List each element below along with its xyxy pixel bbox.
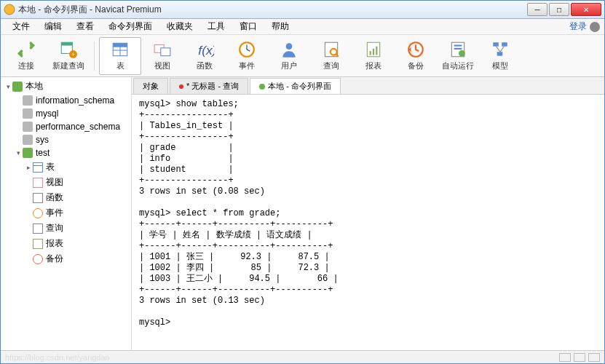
toolbar-report-icon	[364, 40, 383, 59]
toolbar-user-icon	[280, 40, 298, 59]
close-button[interactable]: ✕	[571, 3, 601, 16]
toolbar-event[interactable]: 事件	[226, 37, 268, 75]
dbgrey-icon	[23, 95, 33, 106]
twist-icon[interactable]: ▸	[24, 164, 33, 171]
toolbar-connect-icon	[17, 40, 36, 59]
tab[interactable]: * 无标题 - 查询	[170, 78, 248, 94]
toolbar-connect[interactable]: 连接	[5, 37, 47, 75]
menu-item[interactable]: 命令列界面	[101, 20, 159, 33]
status-box-3[interactable]	[588, 353, 600, 362]
tree-database-open[interactable]: ▾test	[1, 146, 131, 159]
toolbar-table[interactable]: 表	[99, 37, 141, 75]
table-icon	[33, 162, 43, 173]
minimize-button[interactable]: ─	[527, 3, 547, 16]
toolbar-label: 表	[116, 60, 124, 71]
toolbar-query[interactable]: 查询	[310, 37, 352, 75]
dbgrey-icon	[23, 135, 33, 145]
toolbar-view[interactable]: 视图	[141, 37, 183, 75]
menu-item[interactable]: 工具	[200, 20, 232, 33]
tree-database[interactable]: sys	[1, 133, 131, 146]
query-icon	[33, 223, 43, 234]
tree-child-report[interactable]: 报表	[1, 236, 131, 251]
menu-item[interactable]: 编辑	[37, 20, 69, 33]
svg-rect-24	[376, 47, 377, 55]
tree-label: 表	[46, 161, 55, 173]
svg-rect-12	[161, 48, 170, 56]
tree-label: mysql	[36, 108, 58, 119]
toolbar-new-query[interactable]: +新建查询	[47, 37, 90, 75]
menu-item[interactable]: 文件	[5, 20, 37, 33]
tree-label: performance_schema	[36, 122, 120, 132]
sidebar[interactable]: ▾本地information_schemamysqlperformance_sc…	[1, 77, 132, 350]
toolbar-view-icon	[153, 40, 172, 59]
menu-item[interactable]: 收藏夹	[159, 20, 200, 33]
report-icon	[33, 239, 43, 249]
toolbar-label: 备份	[408, 60, 424, 71]
tree-child-backup[interactable]: 备份	[1, 251, 131, 266]
svg-rect-32	[497, 52, 503, 55]
svg-point-29	[459, 50, 465, 57]
tree-label: 备份	[46, 253, 63, 265]
tree-database[interactable]: information_schema	[1, 94, 131, 107]
tree-child-table[interactable]: ▸表	[1, 159, 131, 175]
tree-child-event[interactable]: 事件	[1, 205, 131, 221]
tree-child-view[interactable]: 视图	[1, 175, 131, 190]
svg-line-33	[497, 47, 500, 52]
toolbar-report[interactable]: 报表	[352, 37, 395, 75]
tree-connection[interactable]: ▾本地	[1, 79, 131, 94]
unsaved-dot-icon	[179, 84, 183, 89]
toolbar-user[interactable]: 用户	[268, 37, 310, 75]
status-box-2[interactable]	[574, 353, 585, 362]
twist-icon[interactable]: ▾	[14, 149, 23, 157]
svg-rect-22	[370, 51, 371, 55]
toolbar-function[interactable]: f(x)函数	[183, 37, 226, 75]
fx-icon	[33, 193, 43, 203]
svg-rect-31	[502, 42, 507, 46]
toolbar-model-icon	[491, 40, 510, 59]
login-link[interactable]: 登录	[569, 20, 587, 33]
tree-label: 查询	[46, 222, 63, 234]
tab-label: 本地 - 命令列界面	[268, 81, 331, 92]
view-icon	[33, 178, 43, 188]
toolbar-model[interactable]: 模型	[479, 37, 521, 75]
menu-item[interactable]: 帮助	[264, 20, 296, 33]
maximize-button[interactable]: □	[549, 3, 569, 16]
avatar-icon[interactable]	[590, 22, 600, 32]
toolbar-label: 连接	[18, 60, 34, 71]
toolbar-label: 报表	[365, 60, 381, 71]
connection-dot-icon	[259, 84, 265, 90]
status-box-1[interactable]	[559, 353, 571, 362]
toolbar-backup[interactable]: 备份	[395, 37, 437, 75]
svg-point-1	[19, 52, 22, 55]
tree-database[interactable]: mysql	[1, 107, 131, 120]
menu-item[interactable]: 查看	[69, 20, 101, 33]
menubar: 文件编辑查看命令列界面收藏夹工具窗口帮助 登录	[1, 19, 604, 35]
toolbar-label: 函数	[197, 60, 213, 71]
watermark: https://blog.csdn.net/yangdan	[5, 353, 110, 362]
tabbar: 对象* 无标题 - 查询本地 - 命令列界面	[132, 77, 604, 95]
window-title: 本地 - 命令列界面 - Navicat Premium	[18, 4, 527, 16]
titlebar: 本地 - 命令列界面 - Navicat Premium ─ □ ✕	[1, 1, 604, 19]
main-panel: 对象* 无标题 - 查询本地 - 命令列界面 mysql> show table…	[132, 77, 604, 350]
svg-line-34	[500, 47, 504, 52]
tab[interactable]: 对象	[133, 78, 168, 94]
console[interactable]: mysql> show tables; +----------------+ |…	[132, 95, 604, 350]
tree-label: 报表	[46, 237, 63, 250]
tree-child-fx[interactable]: 函数	[1, 190, 131, 205]
tab[interactable]: 本地 - 命令列界面	[250, 78, 341, 94]
svg-text:+: +	[71, 51, 75, 58]
svg-rect-4	[61, 42, 72, 45]
tab-label: 对象	[143, 81, 159, 92]
toolbar-label: 视图	[154, 60, 170, 71]
menu-item[interactable]: 窗口	[232, 20, 264, 33]
svg-rect-30	[493, 42, 499, 46]
svg-rect-27	[454, 45, 462, 47]
dbgrey-icon	[23, 122, 33, 132]
tree-label: 函数	[46, 191, 63, 204]
toolbar-label: 新建查询	[52, 60, 84, 71]
toolbar-autorun[interactable]: 自动运行	[437, 37, 479, 75]
toolbar-autorun-icon	[448, 40, 467, 59]
tree-child-query[interactable]: 查询	[1, 221, 131, 236]
tree-database[interactable]: performance_schema	[1, 120, 131, 133]
twist-icon[interactable]: ▾	[4, 83, 12, 90]
